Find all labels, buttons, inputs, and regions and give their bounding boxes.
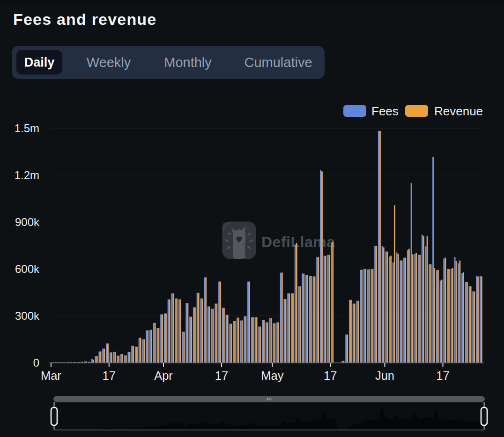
- svg-text:17: 17: [215, 369, 228, 382]
- svg-text:17: 17: [103, 369, 116, 382]
- svg-text:1.2m: 1.2m: [15, 169, 39, 181]
- svg-text:1.5m: 1.5m: [15, 122, 39, 135]
- svg-text:Revenue: Revenue: [434, 104, 483, 118]
- svg-text:600k: 600k: [15, 263, 40, 275]
- svg-text:300k: 300k: [15, 309, 40, 322]
- svg-text:0: 0: [33, 356, 39, 369]
- svg-text:DefiLlama: DefiLlama: [261, 234, 335, 250]
- svg-text:900k: 900k: [15, 216, 40, 228]
- svg-text:Mar: Mar: [41, 369, 61, 382]
- svg-text:Apr: Apr: [154, 369, 173, 382]
- svg-text:17: 17: [436, 369, 449, 382]
- svg-text:May: May: [261, 369, 283, 382]
- svg-text:Jun: Jun: [375, 369, 394, 382]
- svg-text:17: 17: [324, 369, 337, 382]
- svg-text:Fees: Fees: [371, 104, 399, 118]
